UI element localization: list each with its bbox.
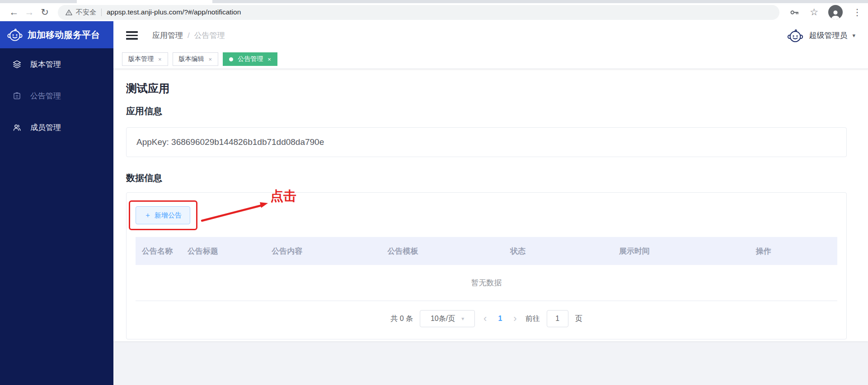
forward-icon[interactable]: → [22, 7, 37, 18]
breadcrumb-notification-management: 公告管理 [194, 30, 225, 41]
app-frame: 加加移动服务平台 版本管理 公告管理 [0, 21, 868, 385]
tab-notification-management[interactable]: 公告管理 × [223, 52, 277, 66]
pagination: 共 0 条 10条/页 ▾ ‹ 1 › 前往 页 [136, 310, 837, 327]
user-baby-icon [787, 27, 804, 44]
add-notification-label: 新增公告 [155, 211, 182, 220]
person-icon [830, 9, 841, 19]
content-area: 测试应用 应用信息 AppKey: 368696029b144826b1db71… [113, 69, 868, 385]
sidebar-item-label: 成员管理 [30, 122, 61, 133]
url-divider [101, 9, 102, 16]
column-header: 展示时间 [613, 246, 750, 256]
browser-actions: ☆ ⋮ [789, 5, 862, 19]
column-header: 状态 [504, 246, 613, 256]
main-panel: 应用管理 / 公告管理 超级管理员 ▾ [113, 21, 868, 385]
breadcrumb: 应用管理 / 公告管理 [152, 30, 225, 41]
active-dot-icon [229, 57, 233, 61]
bookmark-star-icon[interactable]: ☆ [810, 7, 818, 18]
prev-page-icon[interactable]: ‹ [482, 314, 488, 324]
tab-label: 公告管理 [238, 55, 263, 63]
next-page-icon[interactable]: › [511, 314, 518, 324]
hamburger-icon[interactable] [126, 31, 138, 40]
breadcrumb-separator: / [188, 31, 190, 40]
data-info-heading: 数据信息 [126, 173, 847, 182]
brand[interactable]: 加加移动服务平台 [0, 21, 113, 48]
chevron-down-icon: ▾ [461, 315, 464, 322]
close-icon[interactable]: × [209, 56, 212, 63]
browser-chrome: ← → ↻ 不安全 appsp.test.anji-plus.com/?#/ap… [0, 0, 868, 21]
tag-tab-bar: 版本管理 × 版本编辑 × 公告管理 × [113, 50, 868, 69]
tab-label: 版本管理 [128, 55, 154, 63]
user-menu[interactable]: 超级管理员 ▾ [787, 27, 855, 44]
plus-icon: ＋ [144, 211, 151, 220]
tab-label: 版本编辑 [179, 55, 204, 63]
address-bar[interactable]: 不安全 appsp.test.anji-plus.com/?#/app/noti… [58, 5, 779, 20]
url-text: appsp.test.anji-plus.com/?#/app/notifica… [107, 8, 241, 16]
users-icon [12, 123, 22, 132]
column-header: 操作 [750, 246, 837, 256]
column-header: 公告名称 [136, 246, 181, 256]
page-size-select[interactable]: 10条/页 ▾ [420, 310, 475, 327]
sidebar: 加加移动服务平台 版本管理 公告管理 [0, 21, 113, 385]
appkey-box: AppKey: 368696029b144826b1db71dd08da790e [126, 127, 847, 157]
app-header: 应用管理 / 公告管理 超级管理员 ▾ [113, 21, 868, 50]
pagination-total: 共 0 条 [390, 314, 413, 324]
tab-version-edit[interactable]: 版本编辑 × [173, 52, 219, 66]
back-icon[interactable]: ← [6, 7, 22, 18]
add-notification-button[interactable]: ＋ 新增公告 [136, 206, 190, 224]
sidebar-item-members[interactable]: 成员管理 [0, 111, 113, 143]
page-number-1[interactable]: 1 [495, 315, 505, 323]
active-browser-tab[interactable] [77, 0, 212, 3]
goto-label: 前往 [525, 314, 540, 324]
security-label: 不安全 [76, 8, 96, 17]
close-icon[interactable]: × [267, 56, 271, 63]
reload-icon[interactable]: ↻ [37, 7, 52, 18]
page-title: 测试应用 [126, 82, 847, 95]
annotation-click-label: 点击 [270, 189, 296, 204]
sidebar-item-notification[interactable]: 公告管理 [0, 80, 113, 111]
breadcrumb-app-management[interactable]: 应用管理 [152, 30, 183, 41]
browser-profile-avatar[interactable] [828, 5, 843, 19]
close-icon[interactable]: × [158, 56, 162, 63]
warning-icon [65, 9, 73, 16]
sidebar-item-label: 公告管理 [30, 91, 61, 101]
data-box: ＋ 新增公告 公告名称 公告标题 公告内容 公告模板 状态 展示时间 操作 暂无… [126, 192, 847, 339]
empty-text: 暂无数据 [471, 278, 502, 288]
goto-unit-label: 页 [575, 314, 582, 324]
sidebar-item-version[interactable]: 版本管理 [0, 48, 113, 80]
brand-title: 加加移动服务平台 [28, 29, 100, 41]
tab-version-management[interactable]: 版本管理 × [122, 52, 168, 66]
appkey-value: AppKey: 368696029b144826b1db71dd08da790e [136, 137, 324, 147]
page-size-value: 10条/页 [431, 314, 455, 324]
chevron-down-icon: ▾ [852, 32, 855, 39]
browser-menu-icon[interactable]: ⋮ [853, 7, 862, 18]
key-icon[interactable] [789, 7, 800, 18]
clipboard-icon [12, 91, 22, 101]
user-name: 超级管理员 [809, 30, 847, 41]
column-header: 公告标题 [181, 246, 265, 256]
table-header-row: 公告名称 公告标题 公告内容 公告模板 状态 展示时间 操作 [136, 237, 837, 265]
baby-logo-icon [7, 27, 23, 43]
browser-toolbar: ← → ↻ 不安全 appsp.test.anji-plus.com/?#/ap… [0, 3, 868, 21]
goto-page-input[interactable] [547, 310, 568, 327]
layers-icon [12, 60, 22, 69]
sidebar-item-label: 版本管理 [30, 59, 61, 70]
page-card: 测试应用 应用信息 AppKey: 368696029b144826b1db71… [113, 69, 868, 341]
column-header: 公告模板 [381, 246, 504, 256]
table-empty-state: 暂无数据 [136, 265, 837, 301]
column-header: 公告内容 [265, 246, 381, 256]
app-info-heading: 应用信息 [126, 107, 847, 116]
